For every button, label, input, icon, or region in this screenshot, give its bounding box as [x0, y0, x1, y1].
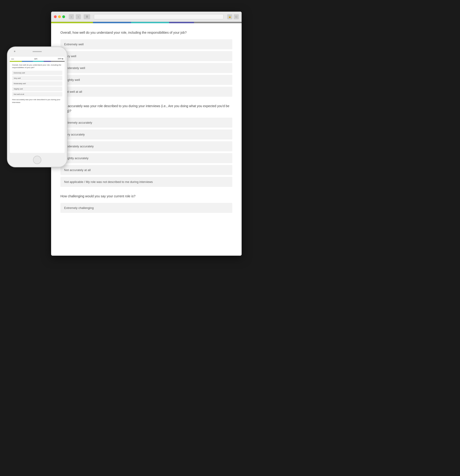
forward-button[interactable]: › [76, 14, 81, 19]
share-icon[interactable]: ◻ [234, 14, 239, 19]
phone-option-not-well[interactable]: Not well at all [12, 92, 62, 96]
color-segment-4 [169, 22, 194, 23]
phone-speaker [33, 51, 42, 52]
question-block-3: How challenging would you say your curre… [60, 194, 232, 213]
phone-battery: 100% ▮ [58, 58, 63, 60]
phone-screen: ••••• WiFi 100% ▮ Overall, how well do y… [10, 57, 65, 153]
option-not-well-at-all[interactable]: Not well at all [60, 87, 232, 97]
browser-toolbar: ‹ › ☰ 🔒 ◻ [51, 12, 242, 22]
phone-question-2: How accurately was your role described t… [12, 98, 62, 103]
option-not-applicable[interactable]: Not applicable / My role was not describ… [60, 177, 232, 187]
phone-option-extremely-well[interactable]: Extremely well [12, 71, 62, 75]
phone-container: ••••• WiFi 100% ▮ Overall, how well do y… [7, 46, 67, 177]
option-very-accurately[interactable]: Very accurately [60, 129, 232, 139]
option-not-accurately-at-all[interactable]: Not accurately at all [60, 165, 232, 175]
color-segment-1 [51, 22, 93, 23]
option-extremely-well[interactable]: Extremely well [60, 39, 232, 49]
phone-option-moderately-well[interactable]: Moderately well [12, 81, 62, 86]
traffic-lights [54, 15, 65, 18]
phone-status-bar: ••••• WiFi 100% ▮ [10, 57, 65, 61]
phone-color-bar [10, 61, 65, 62]
phone-content: Overall, how well do you understand your… [10, 62, 65, 105]
phone-body: ••••• WiFi 100% ▮ Overall, how well do y… [7, 46, 67, 167]
option-moderately-accurately[interactable]: Moderately accurately [60, 141, 232, 151]
phone-camera [14, 51, 15, 52]
survey-content: Overall, how well do you understand your… [51, 23, 242, 256]
question-3-text: How challenging would you say your curre… [60, 194, 232, 199]
maximize-button[interactable] [62, 15, 65, 18]
color-segment-5 [194, 22, 242, 23]
phone-option-slightly-well[interactable]: Slightly well [12, 87, 62, 91]
option-extremely-challenging[interactable]: Extremely challenging [60, 203, 232, 213]
color-segment-3 [131, 22, 169, 23]
question-block-2: How accurately was your role described t… [60, 104, 232, 187]
option-slightly-well[interactable]: Slightly well [60, 75, 232, 85]
phone-home-button[interactable] [33, 156, 41, 164]
question-1-text: Overall, how well do you understand your… [60, 30, 232, 35]
minimize-button[interactable] [58, 15, 61, 18]
question-block-1: Overall, how well do you understand your… [60, 30, 232, 97]
option-very-well[interactable]: Very well [60, 51, 232, 61]
phone-signal: ••••• [11, 58, 14, 60]
toolbar-right: 🔒 ◻ [227, 14, 239, 19]
lock-icon[interactable]: 🔒 [227, 14, 232, 19]
option-slightly-accurately[interactable]: Slightly accurately [60, 153, 232, 163]
sidebar-button[interactable]: ☰ [84, 14, 90, 19]
question-2-text: How accurately was your role described t… [60, 104, 232, 113]
phone-wifi: WiFi [34, 58, 37, 60]
back-button[interactable]: ‹ [69, 14, 74, 19]
phone-question-1: Overall, how well do you understand your… [12, 64, 62, 69]
phone-option-very-well[interactable]: Very well [12, 76, 62, 80]
browser-window: ‹ › ☰ 🔒 ◻ Overall, how well do you under… [51, 12, 242, 256]
color-bar [51, 22, 242, 23]
close-button[interactable] [54, 15, 57, 18]
option-extremely-accurately[interactable]: Extremely accurately [60, 118, 232, 128]
option-moderately-well[interactable]: Moderately well [60, 63, 232, 73]
address-bar[interactable] [94, 14, 224, 19]
color-segment-2 [93, 22, 131, 23]
